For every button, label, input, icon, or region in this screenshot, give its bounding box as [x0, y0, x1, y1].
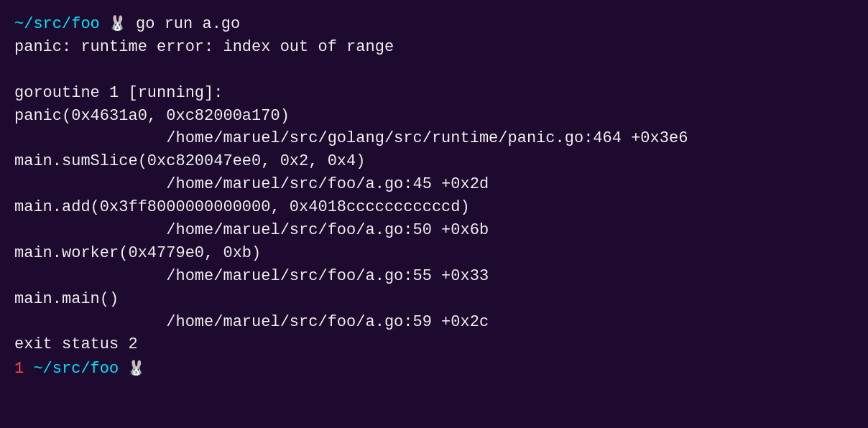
- panic-line: panic: runtime error: index out of range: [14, 36, 854, 59]
- add-location-text: /home/maruel/src/foo/a.go:50 +0x6b: [14, 219, 489, 242]
- goroutine-line: goroutine 1 [running]:: [14, 82, 854, 105]
- prompt-number: 1: [14, 358, 24, 381]
- exit-status-text: exit status 2: [14, 333, 138, 356]
- panic-location-line: /home/maruel/src/golang/src/runtime/pani…: [14, 127, 854, 150]
- prompt-path: ~/src/foo: [14, 13, 100, 36]
- main-call-text: main.main(): [14, 288, 119, 311]
- next-prompt-line: 1 ~/src/foo 🐰: [14, 358, 854, 381]
- goroutine-text: goroutine 1 [running]:: [14, 82, 223, 105]
- command-text: go run a.go: [126, 13, 240, 36]
- add-call-text: main.add(0x3ff8000000000000, 0x4018ccccc…: [14, 196, 470, 219]
- add-location-line: /home/maruel/src/foo/a.go:50 +0x6b: [14, 219, 854, 242]
- exit-status-line: exit status 2: [14, 333, 854, 356]
- main-location-line: /home/maruel/src/foo/a.go:59 +0x2c: [14, 311, 854, 334]
- worker-location-text: /home/maruel/src/foo/a.go:55 +0x33: [14, 265, 489, 288]
- worker-call-line: main.worker(0x4779e0, 0xb): [14, 242, 854, 265]
- main-location-text: /home/maruel/src/foo/a.go:59 +0x2c: [14, 311, 489, 334]
- terminal: ~/src/foo 🐰 go run a.go panic: runtime e…: [14, 13, 854, 415]
- blank-line-1: [14, 59, 854, 82]
- worker-location-line: /home/maruel/src/foo/a.go:55 +0x33: [14, 265, 854, 288]
- worker-call-text: main.worker(0x4779e0, 0xb): [14, 242, 261, 265]
- panic-call-line: panic(0x4631a0, 0xc82000a170): [14, 105, 854, 128]
- prompt-line-1: ~/src/foo 🐰 go run a.go: [14, 13, 854, 36]
- panic-location-text: /home/maruel/src/golang/src/runtime/pani…: [14, 127, 688, 150]
- prompt-path-2: ~/src/foo: [24, 358, 119, 381]
- rabbit-icon-2: 🐰: [119, 358, 145, 379]
- sumslice-location-text: /home/maruel/src/foo/a.go:45 +0x2d: [14, 173, 489, 196]
- main-call-line: main.main(): [14, 288, 854, 311]
- sumslice-call-line: main.sumSlice(0xc820047ee0, 0x2, 0x4): [14, 150, 854, 173]
- rabbit-icon-1: 🐰: [100, 14, 126, 34]
- panic-call-text: panic(0x4631a0, 0xc82000a170): [14, 105, 290, 128]
- sumslice-location-line: /home/maruel/src/foo/a.go:45 +0x2d: [14, 173, 854, 196]
- add-call-line: main.add(0x3ff8000000000000, 0x4018ccccc…: [14, 196, 854, 219]
- sumslice-call-text: main.sumSlice(0xc820047ee0, 0x2, 0x4): [14, 150, 365, 173]
- panic-text: panic: runtime error: index out of range: [14, 36, 394, 59]
